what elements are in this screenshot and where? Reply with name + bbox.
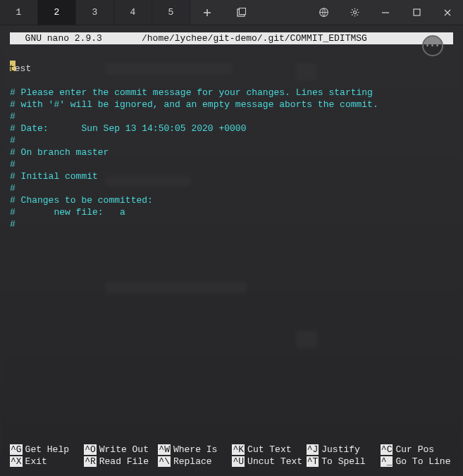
- shortcut-label: Where Is: [173, 444, 217, 455]
- svg-rect-4: [414, 9, 420, 15]
- shortcut-label: Replace: [173, 456, 212, 467]
- editor-first-line-rest: est: [15, 63, 31, 74]
- minimize-button[interactable]: [370, 0, 401, 25]
- tab-1[interactable]: 1: [0, 0, 38, 25]
- shortcut-label: Read File: [99, 456, 149, 467]
- close-button[interactable]: [432, 0, 463, 25]
- new-tab-button[interactable]: [190, 0, 224, 25]
- shortcut-go-to-line: ^_Go To Line: [381, 456, 453, 468]
- maximize-button[interactable]: [401, 0, 432, 25]
- svg-rect-1: [240, 8, 246, 14]
- tab-3[interactable]: 3: [76, 0, 114, 25]
- tab-4[interactable]: 4: [114, 0, 152, 25]
- nano-shortcut-bar: ^GGet Help^OWrite Out^WWhere Is^KCut Tex…: [10, 444, 453, 472]
- shortcut-cut-text: ^KCut Text: [232, 444, 304, 456]
- shortcut-where-is: ^WWhere Is: [158, 444, 230, 456]
- shortcut-label: Justify: [321, 444, 360, 455]
- shortcut-key: ^C: [381, 444, 393, 455]
- shortcut-key: ^G: [10, 444, 23, 455]
- shortcut-label: Get Help: [25, 444, 69, 455]
- shortcut-read-file: ^RRead File: [84, 456, 156, 468]
- shortcut-key: ^R: [84, 456, 97, 467]
- shortcut-key: ^J: [307, 444, 319, 455]
- window-titlebar: 12345: [0, 0, 463, 25]
- shortcut-get-help: ^GGet Help: [10, 444, 82, 456]
- shortcut-label: Cur Pos: [395, 444, 434, 455]
- shortcut-key: ^X: [10, 456, 23, 467]
- shortcut-justify: ^JJustify: [307, 444, 379, 456]
- shortcut-key: ^U: [232, 456, 245, 467]
- tab-2[interactable]: 2: [38, 0, 76, 25]
- shortcut-label: Exit: [25, 456, 47, 467]
- shortcut-label: Go To Line: [395, 456, 450, 467]
- gear-icon[interactable]: [339, 0, 370, 25]
- shortcut-exit: ^XExit: [10, 456, 82, 468]
- tab-strip: 12345: [0, 0, 190, 25]
- shortcut-write-out: ^OWrite Out: [84, 444, 156, 456]
- overflow-menu-button[interactable]: •••: [422, 35, 443, 56]
- nano-app-title: GNU nano 2.9.3: [14, 33, 102, 44]
- shortcut-key: ^O: [84, 444, 97, 455]
- shortcut-label: Uncut Text: [247, 456, 302, 467]
- shortcut-uncut-text: ^UUncut Text: [232, 456, 304, 468]
- shortcut-key: ^K: [232, 444, 245, 455]
- shortcut-replace: ^\Replace: [158, 456, 230, 468]
- shortcut-key: ^T: [307, 456, 319, 467]
- nano-editor-content[interactable]: test # Please enter the commit message f…: [10, 49, 453, 444]
- shortcut-key: ^W: [158, 444, 171, 455]
- nano-file-path: /home/lychee/git-demo/.git/COMMIT_EDITMS…: [102, 33, 407, 44]
- shortcut-key: ^\: [158, 456, 171, 467]
- nano-title-bar: GNU nano 2.9.3 /home/lychee/git-demo/.gi…: [10, 32, 453, 44]
- editor-first-char: t: [9, 63, 15, 74]
- shortcut-to-spell: ^TTo Spell: [307, 456, 379, 468]
- shortcut-key: ^_: [381, 456, 393, 467]
- shortcut-cur-pos: ^CCur Pos: [381, 444, 453, 456]
- globe-icon[interactable]: [308, 0, 339, 25]
- shortcut-label: To Spell: [321, 456, 365, 467]
- terminal-area[interactable]: GNU nano 2.9.3 /home/lychee/git-demo/.gi…: [0, 25, 463, 476]
- shortcut-label: Cut Text: [247, 444, 291, 455]
- svg-point-3: [353, 11, 356, 13]
- tab-5[interactable]: 5: [152, 0, 190, 25]
- shortcut-label: Write Out: [99, 444, 149, 455]
- tabs-overview-button[interactable]: [224, 0, 258, 25]
